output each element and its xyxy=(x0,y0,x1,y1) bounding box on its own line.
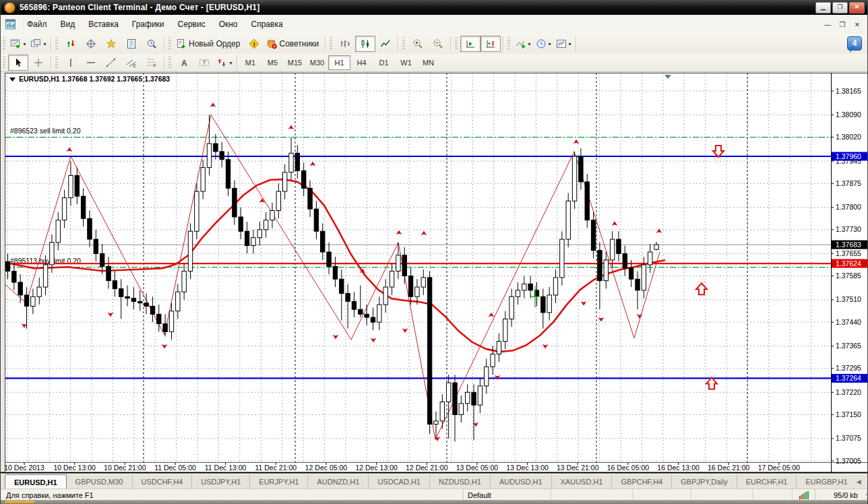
titlebar[interactable]: 565896: Panteon Client Terminal - Демо С… xyxy=(1,0,867,15)
mdi-minimize-icon[interactable]: — xyxy=(823,21,832,28)
new-chart-button[interactable]: ▾ xyxy=(8,36,28,52)
timeframe-h4-button[interactable]: H4 xyxy=(350,55,373,70)
chart-tab-gbpchf-h4[interactable]: GBPCHF,H4 xyxy=(611,474,671,489)
chart-tab-nzdusd-h1[interactable]: NZDUSD,H1 xyxy=(429,474,490,489)
arrows-button[interactable]: ▾ xyxy=(214,55,235,71)
templates-button[interactable]: ▾ xyxy=(553,36,574,52)
chart-tab-audnzd-h1[interactable]: AUDNZD,H1 xyxy=(307,474,368,489)
fractal-up-icon xyxy=(656,228,662,233)
toolbar-grip xyxy=(55,56,58,69)
price-axis-label: 1.37220 xyxy=(836,388,861,396)
chart-tab-gbpjpy-daily[interactable]: GBPJPY,Daily xyxy=(671,474,737,489)
chart-tab-usdjpy-h1[interactable]: USDJPY,H1 xyxy=(191,474,249,489)
chart-tab-eurusd-h1[interactable]: EURUSD,H1 xyxy=(5,474,67,489)
tabs-scroll-left-icon[interactable]: ◀ xyxy=(857,478,861,485)
text-icon: A xyxy=(179,57,189,68)
vertical-line-button[interactable] xyxy=(61,55,81,71)
chart-line-button[interactable] xyxy=(375,36,396,52)
timeframe-m5-button[interactable]: M5 xyxy=(261,55,284,70)
price-axis-label: 1.37440 xyxy=(836,318,861,326)
text-button[interactable]: A xyxy=(174,55,194,71)
market-watch-button[interactable] xyxy=(61,36,81,52)
time-axis-label: 12 Dec 05:00 xyxy=(305,464,348,472)
arrows-dropdown-icon[interactable]: ▾ xyxy=(229,60,232,66)
expert-advisors-icon xyxy=(266,38,277,49)
fractal-down-icon xyxy=(637,314,643,319)
crosshair-button[interactable] xyxy=(28,55,49,71)
periods-button[interactable]: ▾ xyxy=(533,36,553,52)
strategy-tester-button[interactable] xyxy=(142,36,162,52)
navigator-button[interactable] xyxy=(101,36,121,52)
status-bar: Для справки, нажмите F1 Default 95/0 kb xyxy=(1,489,867,501)
zoom-out-button[interactable] xyxy=(428,36,448,52)
taskbar-edge xyxy=(1,500,867,504)
menu-item-графики[interactable]: Графики xyxy=(125,18,171,31)
terminal-button[interactable] xyxy=(121,36,142,52)
chart-tab-eurchf-h1[interactable]: EURCHF,H1 xyxy=(737,474,797,489)
moving-average-line xyxy=(6,179,664,352)
chart-candles-button[interactable] xyxy=(355,36,375,52)
chart-tab-usdchf-h4[interactable]: USDCHF,H4 xyxy=(132,474,192,489)
auto-scroll-button[interactable] xyxy=(460,36,480,52)
chart-background xyxy=(5,73,868,473)
toolbar-separator xyxy=(325,36,326,51)
chart-tab-usdcad-h1[interactable]: USDCAD,H1 xyxy=(368,474,429,489)
trend-line-button[interactable] xyxy=(101,55,121,71)
timeframe-d1-button[interactable]: D1 xyxy=(373,55,395,70)
text-label-button[interactable]: T xyxy=(194,55,214,71)
status-help-text: Для справки, нажмите F1 xyxy=(1,489,463,501)
chart-bars-button[interactable] xyxy=(335,36,355,52)
menu-item-справка[interactable]: Справка xyxy=(245,18,290,31)
menu-item-вид[interactable]: Вид xyxy=(54,18,82,31)
timeframe-m30-button[interactable]: M30 xyxy=(306,55,328,70)
fractal-down-icon xyxy=(435,437,441,441)
chart-tab-xauusd-h1[interactable]: XAUUSD,H1 xyxy=(551,474,612,489)
chart-shift-button[interactable] xyxy=(480,36,501,52)
expert-advisors-button[interactable]: Советники xyxy=(264,36,323,52)
horizontal-line-button[interactable] xyxy=(81,55,101,71)
chart-tab-eurgbp-h1[interactable]: EURGBP,H1 xyxy=(796,474,856,489)
menu-item-файл[interactable]: Файл xyxy=(20,18,54,31)
traffic-counter: 95/0 kb xyxy=(815,489,862,501)
equidistant-channel-button[interactable]: E xyxy=(121,55,142,71)
fibonacci-button[interactable]: F xyxy=(142,55,162,71)
close-button[interactable]: ✕ xyxy=(849,2,865,13)
notification-badge[interactable]: 4 xyxy=(847,36,862,51)
toolbar-separator xyxy=(503,36,503,51)
status-profile[interactable]: Default xyxy=(463,489,551,501)
mdi-restore-icon[interactable]: ❐ xyxy=(838,21,847,28)
metaeditor-warning-button[interactable]: ! xyxy=(244,36,264,52)
chart-tab-gbpusd-m30[interactable]: GBPUSD,M30 xyxy=(67,474,132,489)
chart-plot[interactable]: #896523 sell limit 0.20#895113 buy limit… xyxy=(1,0,868,504)
timeframe-h1-button[interactable]: H1 xyxy=(328,55,350,70)
toolbar-separator xyxy=(51,36,51,51)
restore-button[interactable]: ❐ xyxy=(832,2,848,13)
menu-item-вставка[interactable]: Вставка xyxy=(82,18,125,31)
menu-item-сервис[interactable]: Сервис xyxy=(171,18,212,31)
fractal-up-icon xyxy=(259,198,266,203)
timeframe-m15-button[interactable]: M15 xyxy=(284,55,306,70)
timeframe-mn-button[interactable]: MN xyxy=(417,55,439,70)
profiles-dropdown-icon[interactable]: ▾ xyxy=(43,41,46,47)
mdi-close-icon[interactable]: ✕ xyxy=(852,21,862,28)
periods-dropdown-icon[interactable]: ▾ xyxy=(549,41,551,47)
zoom-in-button[interactable] xyxy=(408,36,428,52)
chart-symbol-ohlc-label: EURUSD,H1 1.37668 1.37692 1.37665 1.3768… xyxy=(19,75,170,83)
chart-tab-audusd-h1[interactable]: AUDUSD,H1 xyxy=(490,474,551,489)
minimize-button[interactable]: ▁ xyxy=(815,2,831,13)
chart-tab-eurjpy-h1[interactable]: EURJPY,H1 xyxy=(249,474,307,489)
indicators-dropdown-icon[interactable]: ▾ xyxy=(528,41,531,47)
timeframe-m1-button[interactable]: M1 xyxy=(239,55,261,70)
profiles-button[interactable]: ▾ xyxy=(28,36,49,52)
menu-item-окно[interactable]: Окно xyxy=(212,18,245,31)
new-order-button[interactable]: Новый Ордер xyxy=(174,36,244,52)
cursor-button[interactable] xyxy=(8,55,28,71)
new-chart-dropdown-icon[interactable]: ▾ xyxy=(23,41,26,47)
price-badge-blue xyxy=(832,152,868,161)
indicators-button[interactable]: ▾ xyxy=(513,36,533,52)
toolbar-grip xyxy=(168,37,171,51)
data-window-button[interactable] xyxy=(81,36,101,52)
templates-dropdown-icon[interactable]: ▾ xyxy=(569,41,571,47)
timeframe-w1-button[interactable]: W1 xyxy=(395,55,417,70)
chart-window-icon[interactable] xyxy=(5,19,16,30)
